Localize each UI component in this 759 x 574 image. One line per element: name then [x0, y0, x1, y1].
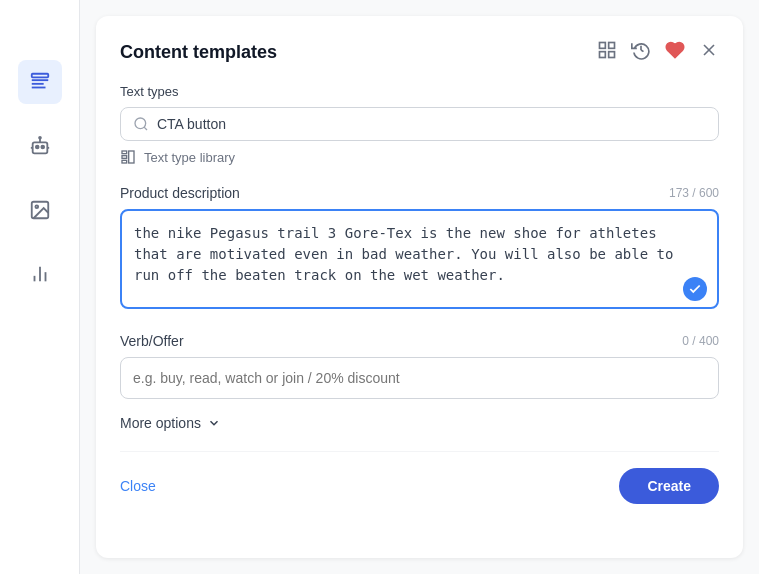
- close-icon[interactable]: [699, 40, 719, 64]
- svg-rect-4: [32, 142, 47, 153]
- more-options-label: More options: [120, 415, 201, 431]
- verb-offer-char-count: 0 / 400: [682, 334, 719, 348]
- svg-line-25: [144, 127, 147, 130]
- product-description-header: Product description 173 / 600: [120, 185, 719, 201]
- panel-header: Content templates: [120, 40, 719, 64]
- content-panel: Content templates: [96, 16, 743, 558]
- sidebar-item-robot[interactable]: [18, 124, 62, 168]
- history-icon[interactable]: [631, 40, 651, 64]
- sidebar-item-text[interactable]: [18, 60, 62, 104]
- search-box: [120, 107, 719, 141]
- svg-rect-28: [122, 160, 127, 163]
- text-types-label: Text types: [120, 84, 719, 99]
- text-type-library-link[interactable]: Text type library: [120, 149, 719, 165]
- create-button[interactable]: Create: [619, 468, 719, 504]
- search-icon: [133, 116, 149, 132]
- svg-rect-16: [600, 43, 606, 49]
- library-icon: [120, 149, 136, 165]
- main-content: Content templates: [80, 0, 759, 574]
- close-button[interactable]: Close: [120, 478, 156, 494]
- verb-offer-input[interactable]: [120, 357, 719, 399]
- check-icon: [683, 277, 707, 301]
- svg-rect-26: [122, 151, 127, 154]
- svg-point-12: [35, 205, 38, 208]
- panel-title: Content templates: [120, 42, 277, 63]
- svg-point-6: [41, 146, 44, 149]
- sidebar-item-chart[interactable]: [18, 252, 62, 296]
- panel-footer: Close Create: [120, 451, 719, 504]
- panel-actions: [597, 40, 719, 64]
- sidebar-item-image[interactable]: [18, 188, 62, 232]
- text-types-search-input[interactable]: [157, 116, 706, 132]
- product-description-label: Product description: [120, 185, 240, 201]
- grid-icon[interactable]: [597, 40, 617, 64]
- svg-rect-27: [122, 156, 127, 159]
- svg-point-8: [39, 137, 41, 139]
- product-description-textarea[interactable]: the nike Pegasus trail 3 Gore-Tex is the…: [120, 209, 719, 309]
- svg-point-5: [35, 146, 38, 149]
- svg-rect-0: [31, 74, 48, 78]
- verb-offer-label: Verb/Offer: [120, 333, 184, 349]
- sidebar: [0, 0, 80, 574]
- svg-rect-29: [129, 151, 134, 163]
- svg-rect-18: [600, 52, 606, 58]
- svg-rect-19: [609, 52, 615, 58]
- svg-rect-17: [609, 43, 615, 49]
- product-description-wrapper: the nike Pegasus trail 3 Gore-Tex is the…: [120, 209, 719, 313]
- text-type-library-label: Text type library: [144, 150, 235, 165]
- more-options-toggle[interactable]: More options: [120, 415, 719, 431]
- verb-offer-header: Verb/Offer 0 / 400: [120, 333, 719, 349]
- product-description-char-count: 173 / 600: [669, 186, 719, 200]
- chevron-down-icon: [207, 416, 221, 430]
- svg-line-21: [641, 50, 644, 52]
- heart-icon[interactable]: [665, 40, 685, 64]
- svg-point-24: [135, 118, 146, 129]
